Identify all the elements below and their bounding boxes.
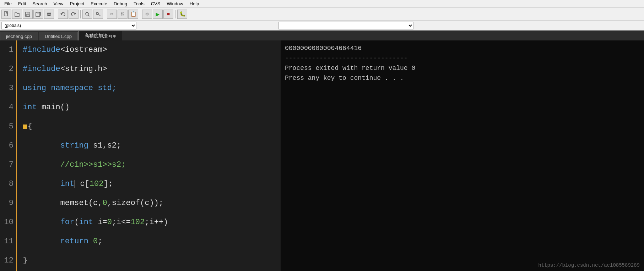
code-line-1: #include<iostream> <box>23 40 281 60</box>
code-line-3: using namespace std; <box>23 79 281 98</box>
sep2 <box>80 10 81 18</box>
toolbar: ✂ ⎘ 📋 ⚙ ▶ ■ 🐛 <box>0 8 644 21</box>
menu-project[interactable]: Project <box>67 0 87 7</box>
blog-url: https://blog.csdn.net/ac1085589289 <box>538 262 640 268</box>
tab-jiecheng[interactable]: jiecheng.cpp <box>0 32 38 40</box>
menu-search[interactable]: Search <box>29 0 50 7</box>
code-line-5: { <box>23 117 281 136</box>
save-button[interactable] <box>23 10 33 19</box>
main-content: 1 2 3 4 5 6 7 8 9 10 11 12 #include<iost… <box>0 40 644 271</box>
menu-debug[interactable]: Debug <box>111 0 130 7</box>
terminal-press-continue: Press any key to continue . . . <box>285 73 640 83</box>
open-button[interactable] <box>12 10 22 19</box>
menubar: File Edit Search View Project Execute De… <box>0 0 644 8</box>
scope-dropdown[interactable]: (globals) <box>1 22 136 29</box>
tab-untitled1[interactable]: Untitled1.cpp <box>39 32 78 40</box>
cut-button[interactable]: ✂ <box>107 10 117 19</box>
code-line-7: //cin>>s1>>s2; <box>23 155 281 175</box>
terminal-process-exit: Process exited with return value 0 <box>285 63 640 73</box>
code-line-2: #include<string.h> <box>23 60 281 79</box>
svg-rect-0 <box>4 12 7 16</box>
svg-rect-10 <box>48 15 50 16</box>
breakpoint-5 <box>23 125 27 129</box>
find-button[interactable] <box>82 10 92 19</box>
paste-button[interactable]: 📋 <box>128 10 138 19</box>
terminal-panel: 00000000000004664416 -------------------… <box>281 40 644 271</box>
menu-cvs[interactable]: CVS <box>148 0 163 7</box>
editor-panel[interactable]: 1 2 3 4 5 6 7 8 9 10 11 12 #include<iost… <box>0 40 281 271</box>
menu-view[interactable]: View <box>51 0 66 7</box>
code-line-9: memset(c,0,sizeof(c)); <box>23 194 281 213</box>
redo-button[interactable] <box>69 10 79 19</box>
code-content[interactable]: #include<iostream> #include<string.h> us… <box>17 40 281 271</box>
sep3 <box>105 10 105 18</box>
menu-window[interactable]: Window <box>164 0 186 7</box>
code-line-11: return 0; <box>23 232 281 251</box>
build-button[interactable]: ⚙ <box>142 10 152 19</box>
svg-point-11 <box>86 12 88 15</box>
new-button[interactable] <box>1 10 11 19</box>
code-area[interactable]: 1 2 3 4 5 6 7 8 9 10 11 12 #include<iost… <box>0 40 281 271</box>
code-line-12: } <box>23 251 281 270</box>
menu-help[interactable]: Help <box>187 0 202 7</box>
undo-button[interactable] <box>58 10 68 19</box>
stop-button[interactable]: ■ <box>163 10 173 19</box>
code-line-6: string s1,s2; <box>23 136 281 155</box>
svg-rect-5 <box>37 12 39 13</box>
save-all-button[interactable] <box>33 10 43 19</box>
copy-button[interactable]: ⎘ <box>118 10 128 19</box>
svg-rect-9 <box>48 15 50 15</box>
menu-execute[interactable]: Execute <box>88 0 110 7</box>
print-button[interactable] <box>44 10 54 19</box>
dropdown-bar: (globals) <box>0 21 644 31</box>
svg-point-13 <box>96 12 98 15</box>
svg-rect-3 <box>26 15 29 16</box>
run-button[interactable]: ▶ <box>153 10 163 19</box>
sep4 <box>140 10 140 18</box>
sep5 <box>175 10 175 18</box>
line-numbers: 1 2 3 4 5 6 7 8 9 10 11 12 <box>0 40 17 271</box>
terminal-divider: -------------------------------- <box>285 53 640 63</box>
code-line-4: int main() <box>23 98 281 117</box>
menu-file[interactable]: File <box>1 0 15 7</box>
sep1 <box>56 10 56 18</box>
menu-tools[interactable]: Tools <box>131 0 147 7</box>
terminal-output-line: 00000000000004664416 <box>285 43 640 53</box>
replace-button[interactable] <box>93 10 103 19</box>
tab-gaojingdu[interactable]: 高精度加法.cpp <box>79 31 123 40</box>
tabs-bar: jiecheng.cpp Untitled1.cpp 高精度加法.cpp <box>0 31 644 40</box>
menu-edit[interactable]: Edit <box>15 0 29 7</box>
code-line-8: int c[102]; <box>23 175 281 194</box>
svg-line-12 <box>88 15 90 16</box>
svg-rect-2 <box>27 12 29 13</box>
debug-button[interactable]: 🐛 <box>177 10 187 19</box>
code-line-10: for(int i=0;i<=102;i++) <box>23 213 281 232</box>
symbol-dropdown[interactable] <box>278 22 413 29</box>
